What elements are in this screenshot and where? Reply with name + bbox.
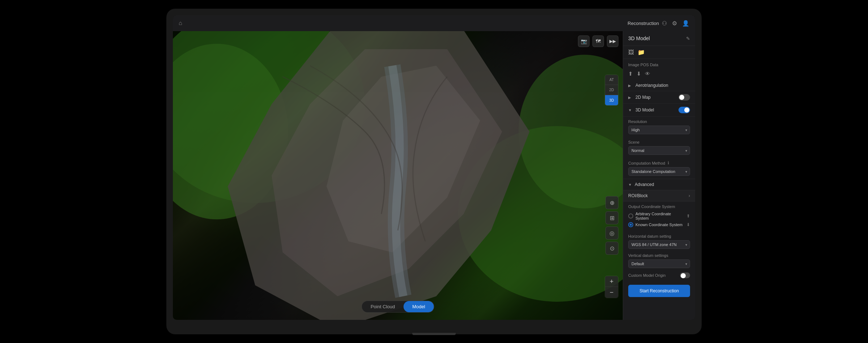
computation-select[interactable]: Standalone Computation Cloud Computation — [628, 167, 690, 176]
model-tab[interactable]: Model — [404, 301, 434, 312]
user-icon[interactable]: 👤 — [682, 20, 689, 27]
sidebar-controls: ⊕ ⊞ ◎ ⊙ — [605, 196, 618, 255]
2d-map-label: 2D Map — [635, 95, 676, 100]
resolution-select[interactable]: High Low Medium Ultra — [628, 126, 690, 134]
edit-icon[interactable]: ✎ — [686, 36, 690, 41]
3d-model-row[interactable]: ▼ 3D Model — [623, 104, 695, 117]
advanced-chevron: ▼ — [628, 183, 633, 187]
at-mode-btn[interactable]: AT — [605, 75, 618, 85]
resolution-section: Resolution High Low Medium Ultra — [623, 117, 695, 137]
custom-model-toggle[interactable] — [680, 272, 690, 278]
scene-select[interactable]: Normal Urban Forest — [628, 146, 690, 155]
coord-label: Output Coordinate System — [628, 204, 690, 209]
chevron-right-icon-2d: ▶ — [628, 96, 633, 99]
known-label: Known Coordinate System — [635, 223, 682, 227]
scene-label: Scene — [628, 140, 690, 144]
top-bar-icons: ⚇ ⚙ 👤 — [662, 20, 689, 27]
computation-label: Computation Method ℹ — [628, 161, 690, 165]
arbitrary-radio-row[interactable]: Arbitrary Coordinate System ⬆ — [628, 212, 690, 220]
viewport-controls-top: 📷 🗺 ▶▶ — [578, 35, 618, 47]
panel-header: 3D Model ✎ — [623, 31, 695, 46]
target-btn[interactable]: ⊙ — [605, 242, 618, 255]
grid-btn[interactable]: ⊞ — [605, 211, 618, 224]
scene-section: Scene Normal Urban Forest — [623, 137, 695, 158]
arbitrary-radio[interactable] — [628, 213, 633, 219]
layers-btn[interactable]: ⊕ — [605, 196, 618, 209]
share-icon[interactable]: ⚇ — [662, 20, 667, 27]
reconstruction-label: Reconstruction — [627, 21, 659, 26]
horizontal-datum-title: Horizontal datum setting — [628, 234, 690, 238]
roi-label: ROI/Block — [628, 193, 686, 198]
horizontal-datum-select[interactable]: WGS 84 / UTM zone 47N WGS 84 NAD83 — [628, 240, 690, 249]
viewport: 📷 🗺 ▶▶ AT 2D 3D ⊕ ⊞ ◎ ⊙ — [173, 31, 623, 320]
custom-model-label: Custom Model Origin — [628, 273, 665, 278]
start-reconstruction-button[interactable]: Start Reconstruction — [628, 285, 690, 297]
laptop-frame: ⌂ Reconstruction ⚇ ⚙ 👤 — [166, 9, 702, 334]
bottom-tabs: Point Cloud Model — [362, 301, 434, 313]
horizontal-datum-section: Horizontal datum setting WGS 84 / UTM zo… — [623, 232, 695, 251]
vertical-datum-title: Vertical datum settings — [628, 253, 690, 258]
panel-title: 3D Model — [628, 35, 650, 41]
zoom-controls: + − — [605, 276, 618, 298]
eye-icon[interactable]: 👁 — [645, 71, 650, 77]
3d-model-toggle[interactable] — [678, 107, 690, 113]
compass-btn[interactable]: ◎ — [605, 226, 618, 240]
upload-icon[interactable]: ⬆ — [628, 71, 633, 77]
aerotriangulation-row[interactable]: ▶ Aerotriangulation — [623, 80, 695, 91]
2d-map-row[interactable]: ▶ 2D Map — [623, 91, 695, 104]
coordinate-section: Output Coordinate System Arbitrary Coord… — [623, 202, 695, 232]
horizontal-datum-select-wrapper: WGS 84 / UTM zone 47N WGS 84 NAD83 — [628, 240, 690, 249]
right-panel: 3D Model ✎ 🖼 📁 Image POS Data ⬆ ⬇ 👁 — [623, 31, 695, 320]
chevron-down-icon-3d: ▼ — [628, 108, 633, 112]
arbitrary-label: Arbitrary Coordinate System — [635, 212, 684, 220]
3d-mode-btn[interactable]: 3D — [605, 95, 618, 105]
chevron-right-icon: ▶ — [628, 84, 633, 88]
top-bar: ⌂ Reconstruction ⚇ ⚙ 👤 — [173, 15, 695, 31]
image-icon[interactable]: 🖼 — [628, 49, 634, 56]
custom-model-row: Custom Model Origin — [623, 270, 695, 280]
home-icon[interactable]: ⌂ — [179, 20, 182, 26]
2d-map-toggle[interactable] — [678, 94, 690, 101]
aerotriangulation-label: Aerotriangulation — [635, 83, 690, 88]
top-bar-right: Reconstruction ⚇ ⚙ 👤 — [627, 20, 689, 27]
advanced-section: ▼ Advanced ROI/Block › Output Coordinate… — [623, 179, 695, 280]
image-pos-label: Image POS Data — [623, 59, 695, 69]
roi-chevron: › — [689, 193, 690, 198]
computation-section: Computation Method ℹ Standalone Computat… — [623, 158, 695, 179]
computation-select-wrapper: Standalone Computation Cloud Computation — [628, 167, 690, 176]
known-icon: ⬇ — [686, 222, 690, 227]
2d-mode-btn[interactable]: 2D — [605, 85, 618, 95]
view-mode-stack: AT 2D 3D — [605, 75, 618, 106]
advanced-label: Advanced — [635, 182, 654, 187]
camera-btn[interactable]: 📷 — [578, 35, 590, 47]
screen: ⌂ Reconstruction ⚇ ⚙ 👤 — [173, 15, 695, 320]
download-icon[interactable]: ⬇ — [637, 71, 641, 77]
main-content: 📷 🗺 ▶▶ AT 2D 3D ⊕ ⊞ ◎ ⊙ — [173, 31, 695, 320]
zoom-in-btn[interactable]: + — [605, 276, 618, 287]
resolution-select-wrapper: High Low Medium Ultra — [628, 126, 690, 134]
point-cloud-tab[interactable]: Point Cloud — [362, 301, 404, 312]
roi-block-row[interactable]: ROI/Block › — [623, 190, 695, 202]
resolution-label: Resolution — [628, 119, 690, 124]
folder-icon[interactable]: 📁 — [638, 49, 645, 56]
3d-model-label: 3D Model — [635, 107, 676, 113]
laptop-notch — [412, 333, 456, 335]
computation-info-icon: ℹ — [668, 161, 669, 165]
vertical-datum-section: Vertical datum settings Default EGM96 EG… — [623, 251, 695, 270]
expand-btn[interactable]: ▶▶ — [607, 35, 618, 47]
arbitrary-icon: ⬆ — [686, 213, 690, 219]
advanced-header[interactable]: ▼ Advanced — [623, 179, 695, 190]
known-radio[interactable] — [628, 222, 633, 227]
vertical-datum-select-wrapper: Default EGM96 EGM2008 — [628, 259, 690, 268]
settings-icon[interactable]: ⚙ — [672, 20, 677, 27]
vertical-datum-select[interactable]: Default EGM96 EGM2008 — [628, 259, 690, 268]
section-actions: ⬆ ⬇ 👁 — [623, 69, 695, 80]
map-btn[interactable]: 🗺 — [592, 35, 604, 47]
panel-icons-row: 🖼 📁 — [623, 46, 695, 59]
zoom-out-btn[interactable]: − — [605, 287, 618, 298]
scene-select-wrapper: Normal Urban Forest — [628, 146, 690, 155]
known-radio-row[interactable]: Known Coordinate System ⬇ — [628, 222, 690, 227]
